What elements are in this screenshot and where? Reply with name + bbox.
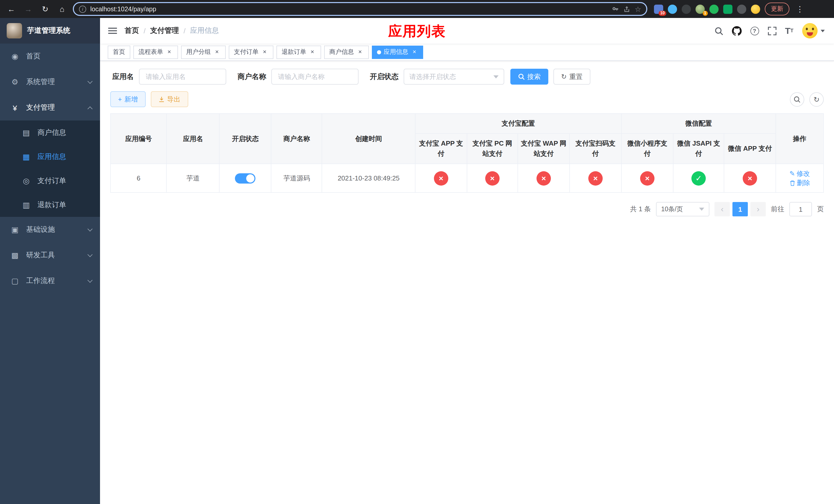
extension-icon-chat[interactable] (723, 4, 732, 14)
col-alipay-qr: 支付宝扫码支付 (570, 134, 621, 164)
col-wx-mini: 微信小程序支付 (621, 134, 673, 164)
goto-page-input[interactable] (789, 202, 812, 216)
chevron-down-icon (87, 252, 93, 257)
close-icon[interactable]: × (213, 48, 221, 55)
export-button[interactable]: 导出 (151, 91, 188, 107)
bookmark-star-icon[interactable]: ☆ (635, 5, 641, 13)
extension-icons: 10 1 (654, 4, 760, 14)
sidebar-item-app-info[interactable]: ▦ 应用信息 (0, 144, 100, 169)
close-icon[interactable]: × (166, 48, 173, 55)
goto-label: 前往 (771, 205, 784, 214)
share-icon[interactable] (623, 5, 631, 13)
table-row: 6 芋道 芋道源码 2021-10-23 08:49:25 × × × × × … (111, 164, 824, 193)
fullscreen-icon[interactable] (768, 26, 776, 35)
breadcrumb-home[interactable]: 首页 (125, 26, 139, 36)
sidebar-item-infrastructure[interactable]: ▣ 基础设施 (0, 217, 100, 243)
search-button[interactable]: 搜索 (510, 69, 548, 85)
tab-process-form[interactable]: 流程表单 × (133, 45, 178, 59)
col-app-id: 应用编号 (111, 114, 167, 164)
breadcrumb-current: 应用信息 (190, 26, 219, 36)
extension-icon-wechat[interactable] (709, 4, 719, 14)
extension-icon-dark[interactable] (682, 4, 691, 14)
total-count: 共 1 条 (630, 205, 651, 214)
sidebar-item-payment[interactable]: ¥ 支付管理 (0, 95, 100, 120)
search-icon[interactable] (714, 26, 723, 35)
main-area: 首页 / 支付管理 / 应用信息 ? (100, 18, 834, 504)
chevron-down-icon (699, 208, 704, 211)
tab-merchant-info[interactable]: 商户信息 × (324, 45, 369, 59)
status-label: 开启状态 (370, 72, 398, 81)
tab-user-group[interactable]: 用户分组 × (181, 45, 226, 59)
status-toggle[interactable] (235, 173, 256, 184)
status-select[interactable]: 请选择开启状态 (404, 69, 504, 85)
page-1-button[interactable]: 1 (732, 202, 748, 216)
col-wx-app: 微信 APP 支付 (724, 134, 776, 164)
user-avatar[interactable] (802, 23, 825, 39)
reset-button[interactable]: ↻ 重置 (553, 69, 590, 85)
profile-avatar-icon[interactable] (751, 4, 760, 14)
sidebar-item-dev-tools[interactable]: ▩ 研发工具 (0, 243, 100, 268)
breadcrumb-payment[interactable]: 支付管理 (150, 26, 179, 36)
filter-form: 应用名 商户名称 开启状态 请选择开启状态 搜索 ↻ 重置 (110, 69, 824, 85)
extension-icon-grid[interactable]: 10 (654, 4, 663, 14)
refresh-icon: ↻ (561, 73, 567, 81)
extension-icon-avatar[interactable]: 1 (696, 4, 705, 14)
tab-app-info[interactable]: 应用信息 × (372, 45, 423, 59)
refresh-table-button[interactable]: ↻ (809, 92, 824, 107)
delete-link[interactable]: 删除 (789, 178, 810, 188)
sidebar-logo[interactable]: 芋道管理系统 (0, 18, 100, 44)
merchant-icon: ▤ (22, 128, 31, 137)
yen-icon: ¥ (10, 103, 20, 112)
browser-chrome: ← → ↻ ⌂ i localhost:1024/pay/app ☆ 10 1 … (0, 0, 834, 18)
close-icon[interactable]: × (261, 48, 268, 55)
download-icon (158, 96, 164, 102)
add-button[interactable]: + 新增 (110, 91, 146, 107)
tab-pay-order[interactable]: 支付订单 × (229, 45, 273, 59)
url-bar[interactable]: i localhost:1024/pay/app ☆ (73, 2, 647, 16)
sidebar-item-refund-order[interactable]: ▥ 退款订单 (0, 193, 100, 217)
pagination: 共 1 条 10条/页 ‹ 1 › 前往 页 (110, 202, 824, 216)
sidebar-item-workflow[interactable]: ▢ 工作流程 (0, 268, 100, 294)
plus-icon: + (118, 95, 122, 103)
tab-refund-order[interactable]: 退款订单 × (277, 45, 321, 59)
col-wx-jsapi: 微信 JSAPI 支付 (673, 134, 724, 164)
font-size-icon[interactable]: TT (785, 26, 793, 35)
refund-icon: ▥ (22, 200, 31, 209)
extensions-pin-icon[interactable] (737, 4, 746, 14)
key-icon[interactable] (612, 5, 619, 13)
goto-suffix: 页 (817, 205, 824, 214)
table-toolbar: + 新增 导出 ↻ (110, 91, 824, 107)
sidebar-item-pay-order[interactable]: ◎ 支付订单 (0, 169, 100, 193)
chevron-down-icon (87, 79, 93, 84)
prev-page-button[interactable]: ‹ (715, 202, 730, 216)
sidebar-item-system[interactable]: ⚙ 系统管理 (0, 69, 100, 95)
merchant-name-input[interactable] (271, 69, 358, 85)
tab-home[interactable]: 首页 (108, 45, 130, 59)
close-icon[interactable]: × (356, 48, 364, 55)
extension-icon-drop[interactable] (668, 4, 677, 14)
home-icon[interactable]: ⌂ (56, 3, 68, 15)
browser-menu-icon[interactable]: ⋮ (794, 4, 806, 14)
back-icon[interactable]: ← (5, 3, 18, 15)
hamburger-icon[interactable] (100, 18, 125, 44)
chrome-update-button[interactable]: 更新 (765, 3, 789, 15)
close-icon[interactable]: × (411, 48, 418, 55)
next-page-button[interactable]: › (750, 202, 766, 216)
close-icon[interactable]: × (309, 48, 316, 55)
merchant-cell: 芋道源码 (271, 164, 322, 193)
avatar-emoji-icon (802, 23, 818, 39)
page-size-select[interactable]: 10条/页 (656, 202, 709, 216)
github-icon[interactable] (732, 26, 741, 36)
sidebar-item-merchant-info[interactable]: ▤ 商户信息 (0, 120, 100, 144)
edit-link[interactable]: ✎ 修改 (789, 169, 810, 178)
help-icon[interactable]: ? (750, 26, 759, 35)
sidebar-item-home[interactable]: ◉ 首页 (0, 44, 100, 69)
col-actions: 操作 (776, 114, 824, 164)
col-created: 创建时间 (322, 114, 415, 164)
forward-icon[interactable]: → (22, 3, 35, 15)
toggle-search-button[interactable] (790, 92, 804, 107)
col-merchant: 商户名称 (271, 114, 322, 164)
logo-title: 芋道管理系统 (27, 26, 70, 36)
app-name-input[interactable] (139, 69, 226, 85)
refresh-icon[interactable]: ↻ (39, 3, 51, 15)
